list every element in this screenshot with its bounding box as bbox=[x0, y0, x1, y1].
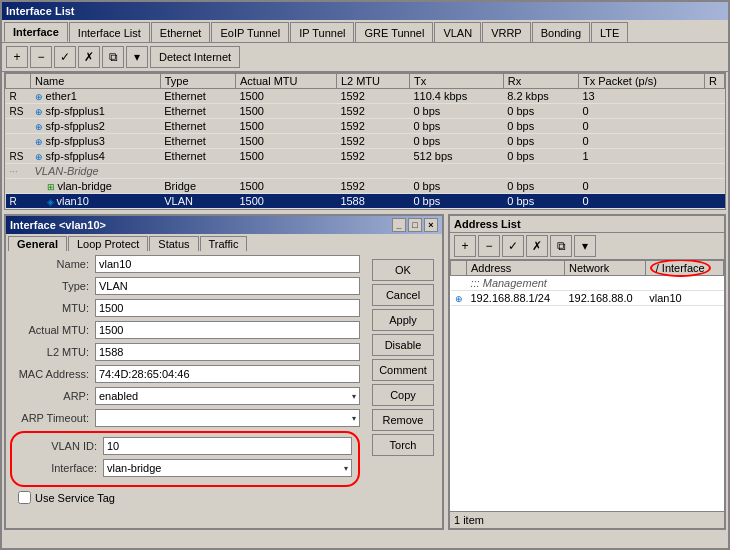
addr-copy-button[interactable]: ⧉ bbox=[550, 235, 572, 257]
row-name: VLAN-Bridge bbox=[31, 164, 725, 179]
dialog-maximize-button[interactable]: □ bbox=[408, 218, 422, 232]
form-row-vlan-id: VLAN ID: bbox=[18, 437, 352, 455]
tab-gre-tunnel[interactable]: GRE Tunnel bbox=[355, 22, 433, 42]
arp-timeout-dropdown-icon: ▾ bbox=[352, 414, 356, 423]
addr-col-interface[interactable]: / Interface bbox=[645, 261, 723, 276]
table-row[interactable]: RS ⊕ sfp-sfpplus1 Ethernet 1500 1592 0 b… bbox=[6, 104, 725, 119]
row-name: ⊕ sfp-sfpplus1 bbox=[31, 104, 161, 119]
addr-col-address[interactable]: Address bbox=[467, 261, 565, 276]
row-flag: RS bbox=[6, 149, 31, 164]
col-type[interactable]: Type bbox=[160, 74, 235, 89]
mac-input[interactable] bbox=[95, 365, 360, 383]
addr-interface: vlan10 bbox=[645, 291, 723, 306]
row-rx: 8.2 kbps bbox=[503, 89, 578, 104]
type-input[interactable] bbox=[95, 277, 360, 295]
ok-button[interactable]: OK bbox=[372, 259, 434, 281]
col-name[interactable]: Name bbox=[31, 74, 161, 89]
addr-col-flag bbox=[451, 261, 467, 276]
cancel-button[interactable]: Cancel bbox=[372, 284, 434, 306]
addr-list-item[interactable]: ⊕ 192.168.88.1/24 192.168.88.0 vlan10 bbox=[451, 291, 724, 306]
col-tx[interactable]: Tx bbox=[409, 74, 503, 89]
table-row[interactable]: R ◈ vlan10 VLAN 1500 1588 0 bps 0 bps 0 bbox=[6, 194, 725, 209]
group-label: ::: Management bbox=[467, 276, 724, 291]
name-input[interactable] bbox=[95, 255, 360, 273]
add-button[interactable]: + bbox=[6, 46, 28, 68]
copy-button[interactable]: Copy bbox=[372, 384, 434, 406]
disable-button-dialog[interactable]: Disable bbox=[372, 334, 434, 356]
detect-internet-button[interactable]: Detect Internet bbox=[150, 46, 240, 68]
addr-col-network[interactable]: Network bbox=[564, 261, 645, 276]
col-r[interactable]: R bbox=[705, 74, 725, 89]
row-l2-mtu: 1592 bbox=[336, 149, 409, 164]
tab-loop-protect[interactable]: Loop Protect bbox=[68, 236, 148, 251]
tab-traffic[interactable]: Traffic bbox=[200, 236, 248, 251]
addr-add-button[interactable]: + bbox=[454, 235, 476, 257]
arp-timeout-select[interactable]: ▾ bbox=[95, 409, 360, 427]
tab-interface-list[interactable]: Interface List bbox=[69, 22, 150, 42]
dialog-body: Name: Type: MTU: Actual MTU: bbox=[6, 251, 442, 528]
table-row[interactable]: R ⊕ ether1 Ethernet 1500 1592 110.4 kbps… bbox=[6, 89, 725, 104]
dialog-title-bar: Interface <vlan10> _ □ × bbox=[6, 216, 442, 234]
interface-select[interactable]: vlan-bridge ▾ bbox=[103, 459, 352, 477]
table-row[interactable]: ⊕ sfp-sfpplus2 Ethernet 1500 1592 0 bps … bbox=[6, 119, 725, 134]
remove-button-dialog[interactable]: Remove bbox=[372, 409, 434, 431]
use-service-tag-checkbox[interactable] bbox=[18, 491, 31, 504]
address-list-panel: Address List + − ✓ ✗ ⧉ ▾ Address Network bbox=[448, 214, 726, 530]
tab-status[interactable]: Status bbox=[149, 236, 198, 251]
enable-button[interactable]: ✓ bbox=[54, 46, 76, 68]
col-rx[interactable]: Rx bbox=[503, 74, 578, 89]
dialog-close-button[interactable]: × bbox=[424, 218, 438, 232]
col-l2-mtu[interactable]: L2 MTU bbox=[336, 74, 409, 89]
remove-button[interactable]: − bbox=[30, 46, 52, 68]
tab-ethernet[interactable]: Ethernet bbox=[151, 22, 211, 42]
tab-lte[interactable]: LTE bbox=[591, 22, 628, 42]
row-type: Ethernet bbox=[160, 149, 235, 164]
form-row-interface: Interface: vlan-bridge ▾ bbox=[18, 459, 352, 477]
col-tx-pps[interactable]: Tx Packet (p/s) bbox=[579, 74, 705, 89]
mac-label: MAC Address: bbox=[10, 368, 95, 380]
col-actual-mtu[interactable]: Actual MTU bbox=[236, 74, 337, 89]
apply-button[interactable]: Apply bbox=[372, 309, 434, 331]
row-l2-mtu: 1592 bbox=[336, 104, 409, 119]
dialog-minimize-button[interactable]: _ bbox=[392, 218, 406, 232]
tab-interface[interactable]: Interface bbox=[4, 22, 68, 42]
copy-toolbar-button[interactable]: ⧉ bbox=[102, 46, 124, 68]
row-name: ◈ vlan10 bbox=[31, 194, 161, 209]
tab-bonding[interactable]: Bonding bbox=[532, 22, 590, 42]
row-l2-mtu: 1592 bbox=[336, 179, 409, 194]
filter-button[interactable]: ▾ bbox=[126, 46, 148, 68]
comment-button[interactable]: Comment bbox=[372, 359, 434, 381]
addr-table-container: Address Network / Interface ::: Manageme… bbox=[450, 260, 724, 511]
addr-enable-button[interactable]: ✓ bbox=[502, 235, 524, 257]
torch-button[interactable]: Torch bbox=[372, 434, 434, 456]
vlan-id-input[interactable] bbox=[103, 437, 352, 455]
table-row[interactable]: ··· VLAN-Bridge bbox=[6, 164, 725, 179]
actual-mtu-input[interactable] bbox=[95, 321, 360, 339]
tab-ip-tunnel[interactable]: IP Tunnel bbox=[290, 22, 354, 42]
addr-flag: ⊕ bbox=[451, 291, 467, 306]
table-row[interactable]: ⊞ vlan-bridge Bridge 1500 1592 0 bps 0 b… bbox=[6, 179, 725, 194]
arp-select[interactable]: enabled ▾ bbox=[95, 387, 360, 405]
tab-general[interactable]: General bbox=[8, 236, 67, 251]
table-row[interactable]: ⊕ sfp-sfpplus3 Ethernet 1500 1592 0 bps … bbox=[6, 134, 725, 149]
main-tab-bar: Interface Interface List Ethernet EoIP T… bbox=[2, 20, 728, 43]
tab-vlan[interactable]: VLAN bbox=[434, 22, 481, 42]
bottom-area: Interface <vlan10> _ □ × General Loop Pr… bbox=[2, 212, 728, 532]
tab-eoip-tunnel[interactable]: EoIP Tunnel bbox=[211, 22, 289, 42]
tab-vrrp[interactable]: VRRP bbox=[482, 22, 531, 42]
arp-select-value: enabled bbox=[99, 390, 138, 402]
l2-mtu-input[interactable] bbox=[95, 343, 360, 361]
addr-disable-button[interactable]: ✗ bbox=[526, 235, 548, 257]
iface-dialog: Interface <vlan10> _ □ × General Loop Pr… bbox=[4, 214, 444, 530]
addr-filter-button[interactable]: ▾ bbox=[574, 235, 596, 257]
mtu-label: MTU: bbox=[10, 302, 95, 314]
form-row-actual-mtu: Actual MTU: bbox=[10, 321, 360, 339]
interface-select-value: vlan-bridge bbox=[107, 462, 161, 474]
row-type: Ethernet bbox=[160, 119, 235, 134]
row-name: ⊞ vlan-bridge bbox=[31, 179, 161, 194]
mtu-input[interactable] bbox=[95, 299, 360, 317]
addr-remove-button[interactable]: − bbox=[478, 235, 500, 257]
arp-label: ARP: bbox=[10, 390, 95, 402]
disable-button[interactable]: ✗ bbox=[78, 46, 100, 68]
table-row[interactable]: RS ⊕ sfp-sfpplus4 Ethernet 1500 1592 512… bbox=[6, 149, 725, 164]
